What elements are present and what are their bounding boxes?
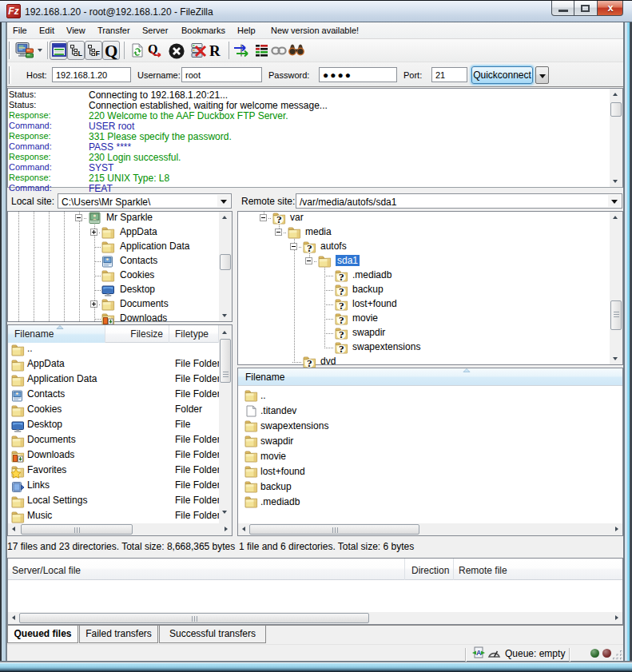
svg-text:A: A [476, 649, 482, 657]
svg-text:?: ? [339, 285, 344, 297]
svg-text:?: ? [339, 300, 344, 312]
svg-text:L: L [78, 50, 83, 58]
svg-text:?: ? [307, 242, 312, 254]
svg-text:?: ? [339, 343, 344, 355]
svg-text:F: F [96, 50, 101, 58]
svg-text:?: ? [276, 213, 282, 225]
svg-text:?: ? [339, 314, 344, 326]
svg-text:?: ? [339, 328, 344, 340]
svg-text:?: ? [339, 271, 344, 283]
